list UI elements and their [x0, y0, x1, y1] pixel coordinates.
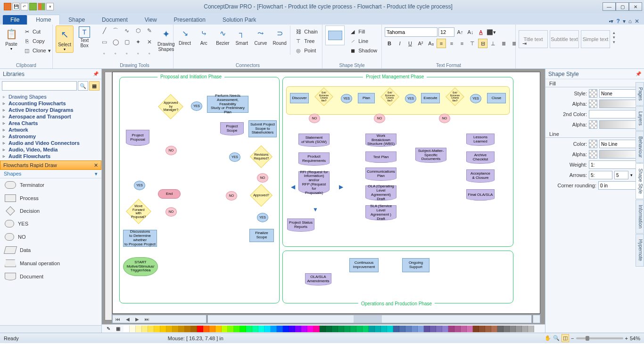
- tree-button[interactable]: ⊤Tree: [293, 37, 319, 45]
- rtab-behaviour[interactable]: Behaviour: [636, 131, 644, 163]
- palette-swatch[interactable]: [271, 326, 277, 332]
- connector-smart[interactable]: ┐Smart: [233, 25, 250, 46]
- palette-swatch[interactable]: [160, 326, 166, 332]
- conn-no-p2-2[interactable]: NO: [374, 114, 385, 123]
- library-search-input[interactable]: [2, 81, 77, 91]
- palette-swatch[interactable]: [436, 326, 442, 332]
- conn-yes-p2-2[interactable]: YES: [405, 94, 416, 103]
- palette-swatch[interactable]: [332, 326, 338, 332]
- palette-swatch[interactable]: [264, 326, 271, 332]
- palette-swatch[interactable]: [185, 326, 191, 332]
- nav-left-icon[interactable]: ◀: [291, 184, 295, 190]
- palette-swatch[interactable]: [166, 326, 173, 332]
- drawing-shapes-button[interactable]: ✦ Drawing Shapes: [157, 25, 176, 53]
- tool-d[interactable]: ◦: [133, 48, 143, 59]
- tab-first-icon[interactable]: ⏮: [113, 317, 123, 322]
- palette-swatch[interactable]: [504, 326, 510, 332]
- superscript-button[interactable]: A²: [416, 39, 425, 48]
- view-mode-button[interactable]: ▦: [89, 81, 99, 91]
- palette-swatch[interactable]: [136, 326, 142, 332]
- libtree-av-connectors[interactable]: Audio and Video Connectors: [3, 140, 99, 146]
- chain-button[interactable]: ⛓Chain: [293, 27, 319, 36]
- conn-no-4[interactable]: NO: [165, 207, 177, 217]
- zoom-slider[interactable]: [576, 337, 623, 339]
- conn-no-p2-1[interactable]: NO: [309, 114, 320, 123]
- connector-bezier[interactable]: ∿Bezier: [214, 25, 231, 46]
- shape-submit-scope[interactable]: Submit Project Scope to Stakeholders: [248, 120, 277, 137]
- horizontal-scrollbar[interactable]: [207, 315, 532, 323]
- shape-document[interactable]: Document: [0, 270, 101, 283]
- palette-tool-1[interactable]: ✎: [105, 325, 112, 333]
- tab-last-icon[interactable]: ⏭: [142, 317, 152, 322]
- style-select[interactable]: None▾: [599, 89, 640, 98]
- shape-needs[interactable]: Perform Needs Assessment, Feasibility St…: [207, 96, 248, 113]
- palette-swatch[interactable]: [344, 326, 350, 332]
- shape-wbs[interactable]: Work Breakdown Structure (WBS): [365, 134, 396, 147]
- palette-swatch[interactable]: [326, 326, 332, 332]
- palette-swatch[interactable]: [295, 326, 301, 332]
- select-button[interactable]: ↖ Select ▾: [56, 25, 74, 53]
- styles-up-icon[interactable]: ▴: [613, 30, 615, 35]
- shape-manual-operation[interactable]: Manual operation: [0, 257, 101, 270]
- tool-star[interactable]: ✦: [133, 37, 143, 47]
- palette-swatch[interactable]: [154, 326, 160, 332]
- palette-swatch[interactable]: [258, 326, 264, 332]
- tool-a[interactable]: ◦: [99, 48, 109, 59]
- tool-line[interactable]: ╱: [99, 25, 109, 36]
- palette-swatch[interactable]: [130, 326, 136, 332]
- close-button[interactable]: ✕: [629, 2, 642, 11]
- palette-swatch[interactable]: [124, 326, 130, 332]
- tab-home[interactable]: Home: [27, 15, 60, 25]
- palette-swatch[interactable]: [179, 326, 185, 332]
- shape-ola-amend[interactable]: OLA/SLA Amendments: [305, 273, 331, 285]
- shape-no[interactable]: NO: [0, 230, 101, 243]
- shape-style-preview[interactable]: [325, 25, 345, 45]
- rtab-hypernote[interactable]: Hypernote: [636, 234, 644, 266]
- qat-icon-1[interactable]: [4, 3, 11, 10]
- shape-sla-draft[interactable]: SLA (Service Level Agreement ) Draft: [365, 205, 396, 220]
- tab-view[interactable]: View: [136, 15, 165, 25]
- palette-swatch[interactable]: [497, 326, 504, 332]
- tool-curve[interactable]: ∿: [122, 25, 132, 36]
- tool-c[interactable]: ◦: [122, 48, 132, 59]
- shape-decision[interactable]: Decision: [0, 205, 101, 217]
- palette-swatch[interactable]: [203, 326, 209, 332]
- line-color-select[interactable]: No Line▾: [599, 140, 640, 148]
- tab-file[interactable]: File: [3, 15, 27, 25]
- align-middle-button[interactable]: ⊟: [478, 39, 487, 48]
- subtitle-text-style[interactable]: Subtitle text: [550, 30, 579, 48]
- shape-rfi[interactable]: RFI (Request for Information) and/or RFP…: [298, 171, 330, 194]
- color2-select[interactable]: ▾: [589, 110, 640, 118]
- palette-swatch[interactable]: [393, 326, 399, 332]
- align-bottom-button[interactable]: ⊥: [488, 39, 498, 48]
- palette-swatch[interactable]: [381, 326, 387, 332]
- conn-yes-3[interactable]: YES: [257, 213, 268, 222]
- shape-sow[interactable]: Statement of Work (SOW): [298, 134, 330, 147]
- shapes-section-header[interactable]: Shapes ▾: [0, 170, 101, 178]
- connector-arc[interactable]: ⤷Arc: [195, 25, 212, 46]
- alpha-swatch-2[interactable]: [589, 120, 597, 129]
- copy-button[interactable]: ⎘Copy: [22, 37, 52, 45]
- rtab-shape-style[interactable]: Shape Style: [636, 163, 644, 199]
- line-button[interactable]: ⟋Line: [347, 37, 379, 45]
- tab-next-icon[interactable]: ▶: [132, 317, 142, 322]
- shape-project-scope[interactable]: Project Scope: [220, 122, 244, 135]
- tab-presentation[interactable]: Presentation: [165, 15, 214, 25]
- pin-icon-right[interactable]: 📌: [636, 71, 641, 76]
- point-button[interactable]: ◎Point: [293, 46, 319, 55]
- palette-swatch[interactable]: [424, 326, 430, 332]
- shape-archive[interactable]: Archive Checklist: [466, 151, 495, 164]
- shape-acceptance[interactable]: Acceptance & Closure: [466, 169, 495, 183]
- alpha-slider-2[interactable]: [599, 120, 640, 129]
- tool-rrect[interactable]: ▢: [122, 37, 132, 47]
- paste-button[interactable]: 📋 Paste ▾: [3, 25, 20, 52]
- palette-swatch[interactable]: [209, 326, 215, 332]
- simple-text-style[interactable]: Simple text: [581, 30, 610, 48]
- palette-swatch[interactable]: [418, 326, 424, 332]
- shape-ongoing[interactable]: Ongoing Support: [402, 258, 429, 272]
- palette-swatch[interactable]: [240, 326, 246, 332]
- shape-lessons[interactable]: Lessons Learned: [466, 134, 495, 146]
- tab-solution-park[interactable]: Solution Park: [214, 15, 264, 25]
- tool-cross[interactable]: ✕: [144, 37, 155, 47]
- palette-tool-2[interactable]: ▦: [114, 325, 122, 333]
